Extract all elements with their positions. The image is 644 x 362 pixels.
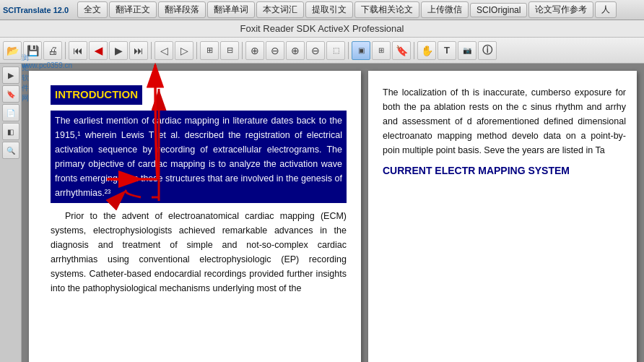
fit-zoom-btn[interactable]: ⬚ [326, 41, 345, 60]
print-btn[interactable]: 🖨 [43, 41, 62, 60]
right-paragraph: The localization of th is inaccurate, cu… [383, 85, 626, 158]
sep6 [414, 42, 414, 59]
sidebar-layers-btn[interactable]: ◧ [2, 123, 19, 140]
snapshot-btn[interactable]: 📷 [458, 41, 477, 60]
back-btn[interactable]: ◁ [155, 41, 173, 60]
sep2 [151, 42, 152, 59]
left-sidebar: ▶ 🔖 📄 ◧ 🔍 [0, 64, 22, 362]
zoom-out-btn[interactable]: ⊖ [266, 41, 284, 60]
right-page: The localization of th is inaccurate, cu… [368, 71, 637, 362]
forward-btn[interactable]: ▷ [175, 41, 193, 60]
translate-para-btn[interactable]: 翻译段落 [158, 1, 206, 18]
sidebar-search-btn[interactable]: 🔍 [2, 142, 19, 159]
top-menu-bar: SCITranslate 12.0 全文 翻译正文 翻译段落 翻译单词 本文词汇… [0, 0, 644, 20]
next-page-btn[interactable]: ⏭ [129, 41, 148, 60]
open-file-btn[interactable]: 📂 [3, 41, 22, 60]
app-logo: SCITranslate 12.0 [3, 6, 73, 14]
sidebar-expand-btn[interactable]: ▶ [2, 66, 19, 84]
highlighted-paragraph: The earliest mention of cardiac mapping … [51, 111, 347, 203]
save-btn[interactable]: 💾 [23, 41, 42, 60]
info-btn[interactable]: ⓘ [478, 41, 497, 60]
extract-citation-btn[interactable]: 提取引文 [305, 1, 353, 18]
text-select-btn[interactable]: T [438, 41, 456, 60]
prev-page-btn[interactable]: ◀ [89, 41, 108, 60]
main-area: ▶ 🔖 📄 ◧ 🔍 INTRODUCTION The earliest ment… [0, 64, 644, 362]
translate-full-btn[interactable]: 全文 [77, 1, 108, 18]
paper-ref-btn[interactable]: 论文写作参考 [528, 1, 593, 18]
zoom-in2-btn[interactable]: ⊕ [286, 41, 305, 60]
upload-wechat-btn[interactable]: 上传微信 [421, 1, 469, 18]
zoom-in-btn[interactable]: ⊕ [245, 41, 264, 60]
sep3 [196, 42, 197, 59]
hand-tool-btn[interactable]: ✋ [417, 41, 436, 60]
bookmark-btn[interactable]: 🔖 [392, 41, 411, 60]
fit-page-btn[interactable]: ⊞ [200, 41, 219, 60]
sidebar-page-btn[interactable]: 📄 [2, 104, 19, 121]
sep5 [348, 42, 349, 59]
sidebar-bookmark-btn[interactable]: 🔖 [2, 85, 19, 103]
sci-original-btn[interactable]: SCIOriginal [470, 3, 527, 17]
download-related-btn[interactable]: 下载相关论文 [354, 1, 419, 18]
two-page-view-btn[interactable]: ▣ [352, 41, 370, 60]
app-title: SCITranslate 12.0 [3, 6, 69, 14]
sep1 [65, 42, 66, 59]
right-heading: CURRENT ELECTR MAPPING SYSTEM [383, 163, 626, 178]
foxit-title: Foxit Reader SDK ActiveX Professional [240, 23, 404, 34]
person-btn[interactable]: 人 [595, 1, 617, 18]
normal-paragraph: Prior to the advent of electroanatomical… [51, 209, 347, 296]
toolbar: 📂 💾 🖨 ⏮ ◀ ▶ ⏭ ◁ ▷ ⊞ ⊟ ⊕ ⊖ ⊕ ⊖ ⬚ ▣ ⊞ 🔖 ✋ … [0, 38, 644, 64]
first-page-btn[interactable]: ⏮ [69, 41, 87, 60]
intro-heading: INTRODUCTION [51, 85, 142, 105]
vocab-btn[interactable]: 本文词汇 [256, 1, 304, 18]
sep4 [242, 42, 243, 59]
left-page: INTRODUCTION The earliest mention of car… [29, 71, 361, 362]
translate-body-btn[interactable]: 翻译正文 [109, 1, 157, 18]
zoom-out2-btn[interactable]: ⊖ [306, 41, 325, 60]
fit-width-btn[interactable]: ⊟ [220, 41, 239, 60]
play-btn[interactable]: ▶ [109, 41, 128, 60]
doc-view: INTRODUCTION The earliest mention of car… [22, 64, 644, 362]
thumbnails-btn[interactable]: ⊞ [372, 41, 391, 60]
foxit-header: Foxit Reader SDK ActiveX Professional [0, 20, 644, 38]
translate-word-btn[interactable]: 翻译单词 [207, 1, 255, 18]
